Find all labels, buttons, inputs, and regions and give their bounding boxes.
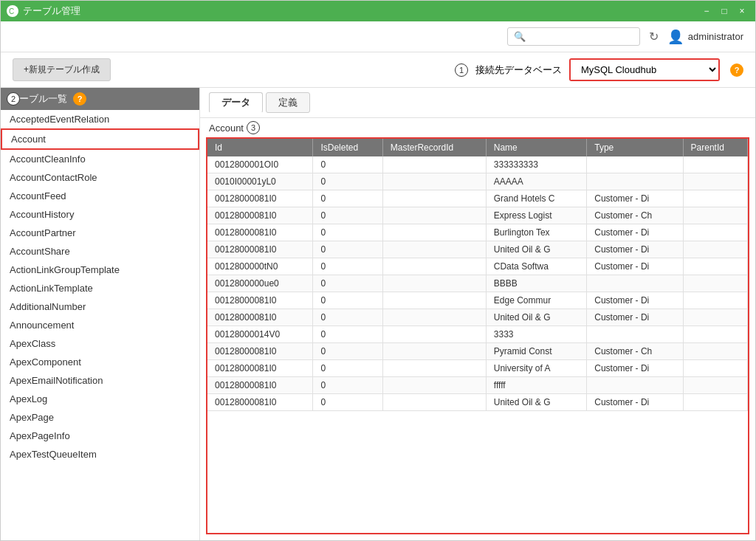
table-row[interactable]: 0012800000tN00CData SoftwaCustomer - Di [207,258,748,275]
table-cell-id: 00128000081I0 [207,309,313,326]
table-cell-id: 00128000014V0 [207,326,313,343]
table-cell-isdeleted: 0 [313,190,382,207]
table-row[interactable]: 0012800001OI00333333333 [207,156,748,173]
sidebar-item-accountfeed[interactable]: AccountFeed [1,187,199,205]
table-row[interactable]: 0010I00001yL00AAAAA [207,173,748,190]
table-cell-id: 0012800001OI0 [207,156,313,173]
db-select[interactable]: MySQL Cloudhub [571,60,718,80]
sidebar-item-accountshare[interactable]: AccountShare [1,242,199,261]
table-cell-isdeleted: 0 [313,258,382,275]
sidebar-item-apexemailnotification[interactable]: ApexEmailNotification [1,371,199,390]
table-cell-type [587,173,683,190]
refresh-button[interactable]: ↻ [649,30,659,44]
main-window: C テーブル管理 − □ × 🔍 ↻ 👤 administrator +新規テー… [0,0,756,541]
sidebar-item-accountcleaninfo[interactable]: AccountCleanInfo [1,150,199,168]
table-cell-masterrecordid [382,360,486,377]
table-row[interactable]: 0012800000ue00BBBB [207,275,748,292]
titlebar: C テーブル管理 − □ × [1,1,755,21]
table-cell-masterrecordid [382,275,486,292]
table-cell-parentid [683,190,747,207]
table-cell-id: 0012800000ue0 [207,275,313,292]
table-cell-id: 00128000081I0 [207,190,313,207]
user-icon: 👤 [667,29,684,45]
sidebar-item-apexclass[interactable]: ApexClass [1,334,199,353]
table-cell-isdeleted: 0 [313,292,382,309]
table-cell-name: Express Logist [486,207,586,224]
sidebar-item-accountpartner[interactable]: AccountPartner [1,224,199,242]
table-cell-parentid [683,394,747,411]
sidebar-item-acceptedeventrelation[interactable]: AcceptedEventRelation [1,110,199,128]
table-cell-type: Customer - Ch [587,207,683,224]
tab-definition[interactable]: 定義 [266,92,310,113]
table-row[interactable]: 00128000081I00United Oil & GCustomer - D… [207,241,748,258]
circle-1: 1 [455,63,468,77]
table-cell-id: 00128000081I0 [207,207,313,224]
sidebar-item-apexpageinfo[interactable]: ApexPageInfo [1,427,199,445]
table-cell-type: Customer - Di [587,241,683,258]
table-cell-name: United Oil & G [486,241,586,258]
table-row[interactable]: 00128000081I00Pyramid ConstCustomer - Ch [207,343,748,360]
sidebar-item-actionlinkgrouptemplate[interactable]: ActionLinkGroupTemplate [1,261,199,279]
table-cell-type [587,377,683,394]
table-cell-type [587,275,683,292]
table-cell-masterrecordid [382,377,486,394]
table-cell-id: 00128000081I0 [207,360,313,377]
table-body: 0012800001OI003333333330010I00001yL00AAA… [207,156,748,411]
table-cell-name: University of A [486,360,586,377]
sidebar-item-actionlinktemplate[interactable]: ActionLinkTemplate [1,279,199,297]
table-cell-masterrecordid [382,394,486,411]
table-cell-parentid [683,224,747,241]
table-header-row: Id IsDeleted MasterRecordId Name Type Pa… [207,139,748,156]
table-cell-masterrecordid [382,241,486,258]
sidebar-header: テーブル一覧 ? [1,88,199,110]
search-input[interactable] [529,32,632,42]
app-icon: C [7,5,18,17]
tab-data[interactable]: データ [209,92,263,113]
table-row[interactable]: 00128000081I00United Oil & GCustomer - D… [207,309,748,326]
table-cell-name: Burlington Tex [486,224,586,241]
table-row[interactable]: 00128000081I00Grand Hotels CCustomer - D… [207,190,748,207]
table-cell-masterrecordid [382,292,486,309]
data-table-wrapper[interactable]: Id IsDeleted MasterRecordId Name Type Pa… [206,137,749,534]
close-button[interactable]: × [735,5,749,17]
sidebar-item-account[interactable]: Account [1,128,199,150]
table-cell-parentid [683,275,747,292]
sidebar-item-apextestqueueitem[interactable]: ApexTestQueueItem [1,445,199,464]
db-select-wrapper: MySQL Cloudhub [569,58,720,81]
table-cell-isdeleted: 0 [313,377,382,394]
table-cell-name: AAAAA [486,173,586,190]
table-row[interactable]: 00128000014V003333 [207,326,748,343]
sidebar-item-apexpage[interactable]: ApexPage [1,408,199,427]
table-row[interactable]: 00128000081I00Edge CommurCustomer - Di [207,292,748,309]
username-label: administrator [688,31,743,42]
table-row[interactable]: 00128000081I00Express LogistCustomer - C… [207,207,748,224]
sidebar-item-accounthistory[interactable]: AccountHistory [1,205,199,224]
table-cell-parentid [683,156,747,173]
sidebar-item-announcement[interactable]: Announcement [1,316,199,334]
table-row[interactable]: 00128000081I00United Oil & GCustomer - D… [207,394,748,411]
table-cell-masterrecordid [382,309,486,326]
maximize-button[interactable]: □ [717,5,732,17]
sidebar-item-additionalnumber[interactable]: AdditionalNumber [1,297,199,316]
col-header-type: Type [587,139,683,156]
table-row[interactable]: 00128000081I00University of ACustomer - … [207,360,748,377]
sidebar-item-apexlog[interactable]: ApexLog [1,390,199,408]
table-cell-isdeleted: 0 [313,309,382,326]
main-area: 2 テーブル一覧 ? AcceptedEventRelation Account… [1,88,755,540]
table-cell-id: 0010I00001yL0 [207,173,313,190]
table-row[interactable]: 00128000081I00Burlington TexCustomer - D… [207,224,748,241]
table-cell-masterrecordid [382,190,486,207]
table-cell-type: Customer - Di [587,258,683,275]
table-cell-masterrecordid [382,224,486,241]
table-row[interactable]: 00128000081I00fffff [207,377,748,394]
db-label: 接続先データベース [475,63,562,77]
new-table-button[interactable]: +新規テーブル作成 [13,58,111,81]
table-cell-isdeleted: 0 [313,326,382,343]
minimize-button[interactable]: − [699,5,714,17]
table-cell-name: United Oil & G [486,309,586,326]
table-cell-id: 00128000081I0 [207,241,313,258]
table-cell-parentid [683,207,747,224]
sidebar-item-apexcomponent[interactable]: ApexComponent [1,353,199,371]
sidebar-item-accountcontactrole[interactable]: AccountContactRole [1,168,199,187]
table-cell-id: 00128000081I0 [207,292,313,309]
